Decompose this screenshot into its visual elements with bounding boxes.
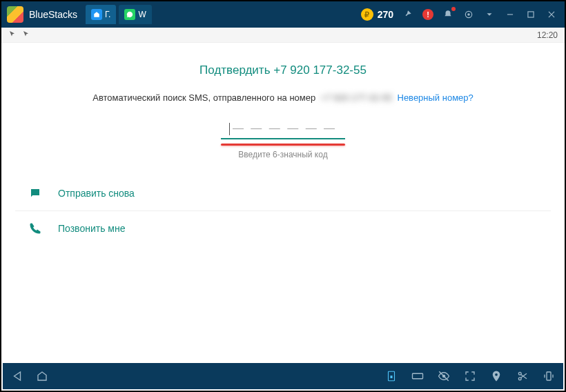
call-label: Позвонить мне — [58, 223, 125, 234]
verify-title: Подтвердить +7 920 177-32-55 — [15, 63, 551, 77]
svg-point-1 — [467, 13, 470, 16]
tab-home[interactable]: Г. — [86, 5, 116, 24]
back-icon[interactable] — [10, 369, 25, 384]
svg-rect-6 — [413, 373, 423, 379]
target-icon[interactable] — [462, 8, 475, 21]
code-hint: Введите 6-значный код — [15, 150, 551, 159]
verify-screen: Подтвердить +7 920 177-32-55 Автоматичес… — [1, 43, 565, 246]
fullscreen-icon[interactable] — [462, 369, 478, 384]
message-icon — [28, 186, 43, 201]
tab-label: Г. — [105, 10, 110, 19]
coin-icon: ₽ — [361, 8, 373, 21]
tab-label: W — [138, 10, 146, 19]
phone-icon — [28, 221, 43, 236]
svg-point-9 — [518, 372, 521, 375]
svg-rect-5 — [391, 375, 393, 378]
call-me-row[interactable]: Позвонить мне — [15, 211, 551, 246]
bell-icon[interactable] — [442, 8, 454, 21]
svg-rect-3 — [528, 12, 534, 17]
android-navbar — [3, 363, 563, 389]
shake-icon[interactable] — [541, 369, 556, 384]
sms-prefix: Автоматический поиск SMS, отправленного … — [92, 92, 315, 103]
cursor-icon-1 — [8, 30, 17, 40]
svg-point-10 — [518, 378, 521, 380]
svg-point-8 — [495, 373, 498, 376]
svg-rect-2 — [507, 14, 513, 14]
home-nav-icon[interactable] — [35, 369, 50, 384]
code-dashes: — — — — — — — [233, 122, 337, 134]
resend-label: Отправить снова — [58, 188, 135, 199]
tab-whatsapp[interactable]: W — [119, 5, 151, 24]
svg-rect-11 — [547, 372, 551, 380]
eye-off-icon[interactable] — [436, 369, 451, 384]
whatsapp-icon — [124, 9, 135, 20]
rotation-lock-icon[interactable] — [384, 369, 399, 384]
scissors-icon[interactable] — [515, 369, 530, 384]
alert-icon[interactable]: ! — [422, 9, 433, 20]
sms-info: Автоматический поиск SMS, отправленного … — [15, 92, 551, 103]
android-statusbar: 12:20 — [1, 28, 565, 43]
wrong-number-link[interactable]: Неверный номер? — [398, 92, 474, 103]
chevron-down-icon[interactable] — [483, 8, 496, 21]
status-time: 12:20 — [537, 30, 558, 40]
bluestacks-logo — [7, 6, 23, 23]
resend-sms-row[interactable]: Отправить снова — [15, 176, 551, 211]
highlight-annotation — [221, 144, 345, 146]
home-icon — [91, 9, 102, 20]
close-icon[interactable] — [545, 8, 558, 21]
titlebar: BlueStacks Г. W ₽ 270 ! — [1, 1, 565, 28]
cursor-icon-2 — [22, 30, 30, 40]
minimize-icon[interactable] — [504, 8, 516, 21]
masked-number: +7 920 177-32-55 — [321, 92, 392, 103]
keyboard-icon[interactable] — [410, 369, 425, 384]
maximize-icon[interactable] — [525, 8, 537, 21]
location-icon[interactable] — [489, 369, 504, 384]
coin-count: 270 — [378, 9, 393, 20]
code-input-wrap: — — — — — — — [15, 122, 551, 139]
app-name: BlueStacks — [29, 9, 77, 20]
code-input[interactable]: — — — — — — — [221, 122, 345, 139]
pin-icon[interactable] — [402, 8, 414, 21]
